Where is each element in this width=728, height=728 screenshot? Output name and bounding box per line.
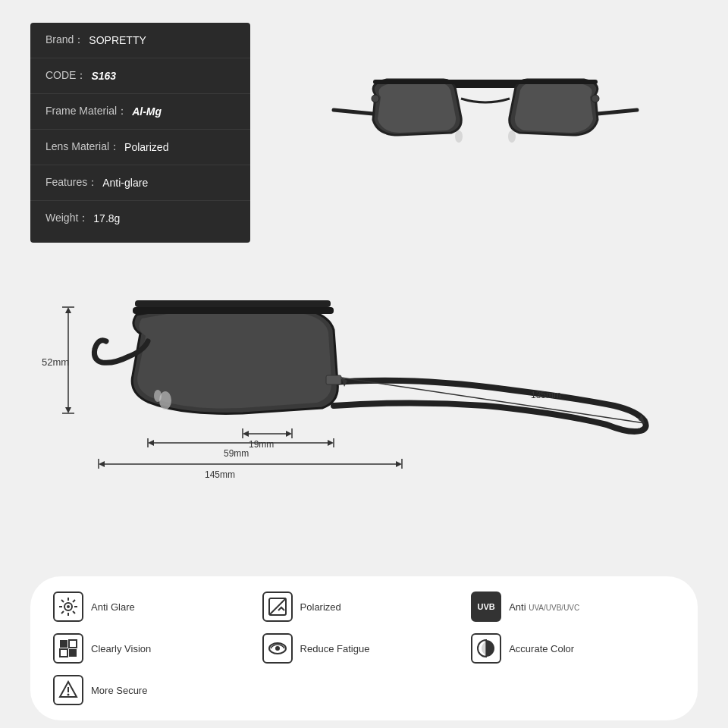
svg-text:135mm: 135mm <box>531 390 561 400</box>
svg-marker-23 <box>286 431 292 437</box>
svg-marker-17 <box>65 407 71 413</box>
feature-accurate-color: Accurate Color <box>471 633 669 664</box>
reduce-fatigue-label: Reduce Fatigue <box>300 643 370 654</box>
svg-marker-16 <box>65 307 71 313</box>
svg-line-47 <box>61 600 64 602</box>
svg-rect-55 <box>60 649 67 657</box>
svg-point-58 <box>275 646 280 651</box>
feature-anti-glare: Anti Glare <box>53 592 251 622</box>
features-section: Anti Glare Polarized UVB Anti UVA/UVB/UV… <box>30 576 698 720</box>
lens-label: Lens Material： <box>46 140 120 154</box>
code-value: S163 <box>91 70 116 82</box>
polarized-label: Polarized <box>300 601 341 613</box>
top-section: Brand： SOPRETTY CODE： S163 Frame Materia… <box>0 0 728 258</box>
svg-rect-12 <box>326 375 341 384</box>
svg-line-48 <box>73 611 75 613</box>
more-secure-icon <box>53 675 83 705</box>
svg-line-0 <box>334 110 373 114</box>
glasses-front-image <box>326 38 645 205</box>
glasses-side-image: 52mm 19mm 59mm <box>30 265 698 546</box>
page: Brand： SOPRETTY CODE： S163 Frame Materia… <box>0 0 728 728</box>
feature-anti-uv: UVB Anti UVA/UVB/UVC <box>471 592 669 622</box>
svg-rect-54 <box>69 640 77 648</box>
svg-marker-28 <box>148 440 154 446</box>
info-card: Brand： SOPRETTY CODE： S163 Frame Materia… <box>30 23 250 243</box>
svg-point-7 <box>592 95 599 102</box>
svg-text:145mm: 145mm <box>205 469 235 480</box>
svg-text:59mm: 59mm <box>224 448 249 459</box>
svg-point-6 <box>372 95 379 102</box>
feature-polarized: Polarized <box>262 592 460 622</box>
anti-uv-label: Anti UVA/UVB/UVC <box>509 601 579 613</box>
svg-rect-8 <box>133 307 334 314</box>
clear-vision-label: Clearly Vision <box>91 643 151 654</box>
svg-text:52mm: 52mm <box>42 356 69 368</box>
features-value: Anti-glare <box>102 177 148 189</box>
weight-label: Weight： <box>46 212 89 225</box>
svg-rect-9 <box>135 300 331 307</box>
frame-value: Al-Mg <box>132 105 162 118</box>
anti-uv-icon: UVB <box>471 592 501 622</box>
brand-row: Brand： SOPRETTY <box>30 23 250 58</box>
svg-rect-5 <box>373 80 598 84</box>
more-secure-label: More Secure <box>91 685 147 696</box>
svg-marker-29 <box>328 440 334 446</box>
lens-row: Lens Material： Polarized <box>30 130 250 165</box>
svg-point-2 <box>455 130 463 143</box>
svg-rect-53 <box>60 640 67 648</box>
svg-point-61 <box>67 694 70 696</box>
brand-value: SOPRETTY <box>89 34 146 46</box>
feature-more-secure: More Secure <box>53 675 251 705</box>
feature-reduce-fatigue: Reduce Fatigue <box>262 633 460 664</box>
features-label: Features： <box>46 176 98 190</box>
svg-marker-22 <box>243 431 249 437</box>
frame-row: Frame Material： Al-Mg <box>30 94 250 130</box>
front-view <box>273 23 698 220</box>
polarized-icon <box>262 592 293 622</box>
weight-value: 17.8g <box>93 212 120 224</box>
brand-label: Brand： <box>46 33 84 47</box>
svg-line-50 <box>61 611 64 613</box>
accurate-color-icon <box>471 633 501 664</box>
reduce-fatigue-icon <box>262 633 293 664</box>
code-label: CODE： <box>46 69 86 83</box>
code-row: CODE： S163 <box>30 58 250 94</box>
anti-glare-label: Anti Glare <box>91 601 135 613</box>
frame-label: Frame Material： <box>46 105 127 118</box>
features-row: Features： Anti-glare <box>30 165 250 201</box>
svg-point-42 <box>67 605 70 608</box>
svg-rect-56 <box>69 649 77 657</box>
weight-row: Weight： 17.8g <box>30 201 250 236</box>
svg-line-49 <box>73 600 75 602</box>
svg-point-3 <box>508 130 516 143</box>
svg-marker-34 <box>99 461 105 467</box>
anti-glare-icon <box>53 592 83 622</box>
side-section: 52mm 19mm 59mm <box>0 258 728 569</box>
svg-line-52 <box>269 598 286 615</box>
svg-point-11 <box>154 390 162 402</box>
accurate-color-label: Accurate Color <box>509 643 574 654</box>
svg-line-1 <box>598 110 637 114</box>
svg-marker-35 <box>396 461 402 467</box>
svg-text:19mm: 19mm <box>249 439 274 450</box>
side-view-container: 52mm 19mm 59mm <box>30 265 698 554</box>
lens-value: Polarized <box>124 141 168 153</box>
clear-vision-icon <box>53 633 83 664</box>
feature-clear-vision: Clearly Vision <box>53 633 251 664</box>
